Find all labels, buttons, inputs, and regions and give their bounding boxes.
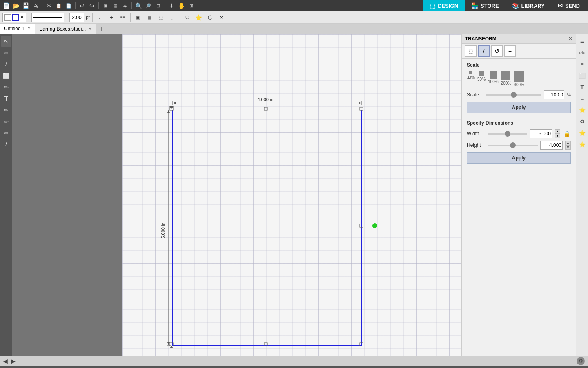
shape-selector[interactable]: ▼: [2, 13, 26, 22]
nav-tab-send[interactable]: ✉ SEND: [551, 0, 586, 11]
doc-tab-untitled-close[interactable]: ✕: [27, 26, 31, 31]
scale-apply-button[interactable]: Apply: [467, 102, 571, 113]
scale-preset-50[interactable]: 50%: [477, 71, 486, 87]
right-tool-text[interactable]: T: [577, 82, 588, 92]
undo-icon[interactable]: ↩: [78, 1, 87, 10]
extend-handle[interactable]: [372, 223, 377, 228]
zoom-in-icon[interactable]: 🔍: [134, 1, 143, 10]
nav-tab-store[interactable]: 🏪 STORE: [465, 0, 506, 11]
scale-slider-container[interactable]: [486, 91, 541, 99]
draw-tool-lines[interactable]: ≡≡: [118, 13, 128, 22]
width-spinner-up[interactable]: ▲: [555, 129, 560, 134]
draw-tool-slash[interactable]: /: [95, 13, 105, 22]
dimensions-apply-button[interactable]: Apply: [467, 152, 571, 164]
star-tool[interactable]: ⭐: [194, 13, 204, 22]
nav-tab-design[interactable]: ⬚ DESIGN: [423, 0, 465, 11]
right-tool-recycle[interactable]: ♻: [577, 116, 588, 127]
right-tool-star[interactable]: ⭐: [577, 105, 588, 115]
width-value-input[interactable]: 5.000: [530, 129, 552, 138]
3d-tool[interactable]: ⬡: [205, 13, 215, 22]
canvas-area[interactable]: 4.000 in 5.000 in: [12, 34, 461, 356]
line-width-input[interactable]: 2.00: [69, 13, 84, 22]
height-spinner-up[interactable]: ▲: [565, 141, 571, 145]
width-spinner-down[interactable]: ▼: [555, 134, 560, 138]
right-tool-star2[interactable]: ⭐: [577, 128, 588, 138]
scale-preset-300[interactable]: 300%: [514, 71, 524, 87]
group-tool[interactable]: ⬡: [183, 13, 192, 22]
doc-tab-untitled[interactable]: Untitled-1 ✕: [0, 24, 35, 34]
right-tool-grid[interactable]: ≡: [577, 93, 588, 104]
resize-bottom[interactable]: [169, 346, 174, 348]
selected-rect[interactable]: [173, 110, 361, 345]
rect-tool[interactable]: ⬜: [1, 70, 11, 81]
doc-tab-earring-close[interactable]: ✕: [88, 27, 91, 31]
height-slider-thumb[interactable]: [510, 142, 516, 148]
svg-marker-3: [359, 102, 361, 104]
bottom-arrow-left[interactable]: ◀: [3, 358, 8, 364]
select-tool[interactable]: ↖: [1, 36, 11, 47]
scale-label-50: 50%: [477, 77, 486, 81]
select-point-icon[interactable]: ◈: [120, 1, 129, 10]
transform-flip[interactable]: ⬚: [167, 13, 177, 22]
grid-icon[interactable]: ⊞: [187, 1, 196, 10]
copy-icon[interactable]: 📋: [54, 1, 63, 10]
scale-preset-200[interactable]: 200%: [501, 71, 512, 87]
transform-select2[interactable]: ▤: [145, 13, 154, 22]
right-tool-pix[interactable]: Pix: [577, 47, 588, 58]
paste-icon[interactable]: 📄: [64, 1, 73, 10]
line-tool[interactable]: /: [1, 59, 11, 70]
cut-icon[interactable]: ✂: [45, 1, 53, 10]
move-icon[interactable]: ⬇: [167, 1, 176, 10]
eyedrop-tool[interactable]: ✏: [1, 128, 11, 138]
draw-tool-plus[interactable]: +: [107, 13, 116, 22]
eraser-tool[interactable]: ✏: [1, 105, 11, 115]
redo-icon[interactable]: ↪: [87, 1, 96, 10]
zoom-out-icon[interactable]: 🔎: [144, 1, 153, 10]
scale-label-200: 200%: [501, 81, 512, 85]
right-tool-box[interactable]: ⬜: [577, 70, 588, 81]
print-icon[interactable]: 🖨: [31, 1, 40, 10]
scale-preset-100[interactable]: 100%: [488, 71, 499, 87]
right-tool-star3[interactable]: ⭐: [577, 139, 588, 150]
select-icon[interactable]: ▣: [101, 1, 110, 10]
right-tool-menu[interactable]: ≡: [577, 36, 588, 47]
panel-tab-rotate[interactable]: ↺: [491, 45, 503, 57]
scale-value-input[interactable]: 100.0: [544, 90, 564, 99]
settings-icon[interactable]: ⚙: [577, 357, 585, 365]
hand-icon[interactable]: ✋: [177, 1, 186, 10]
doc-tab-earring-label: Earring Boxes.studi...: [39, 26, 86, 32]
text-tool[interactable]: T: [1, 93, 11, 104]
transform-move[interactable]: ⬚: [156, 13, 166, 22]
height-slider-container[interactable]: [488, 141, 538, 149]
transform-close[interactable]: ✕: [568, 36, 572, 42]
close-tool[interactable]: ✕: [217, 13, 227, 22]
scale-preset-33[interactable]: 33%: [467, 71, 475, 87]
open-file-icon[interactable]: 📂: [11, 1, 20, 10]
zoom-fit-icon[interactable]: ⊡: [154, 1, 163, 10]
width-slider-container[interactable]: [488, 130, 527, 138]
width-slider-thumb[interactable]: [505, 131, 510, 137]
doc-tab-earring[interactable]: Earring Boxes.studi... ✕: [35, 24, 96, 34]
transform-select[interactable]: ▣: [133, 13, 143, 22]
lock-proportions-icon[interactable]: 🔒: [563, 130, 571, 138]
line-inner: [33, 17, 62, 18]
height-value-input[interactable]: 4.000: [540, 141, 563, 150]
nav-tab-library[interactable]: 📚 LIBRARY: [506, 0, 551, 11]
panel-tab-move[interactable]: ⬚: [465, 45, 477, 57]
line-style-preview[interactable]: [31, 13, 64, 22]
knife-tool[interactable]: /: [1, 139, 11, 150]
bottom-arrow-right[interactable]: ▶: [11, 358, 16, 364]
scale-slider-thumb[interactable]: [511, 92, 517, 98]
save-icon[interactable]: 💾: [21, 1, 30, 10]
panel-tab-flip[interactable]: +: [504, 45, 516, 57]
fill-tool[interactable]: ✏: [1, 116, 11, 127]
doc-tab-add[interactable]: +: [96, 24, 106, 34]
pencil-tool[interactable]: ✏: [1, 82, 11, 92]
node-tool[interactable]: ✏: [1, 47, 11, 58]
new-file-icon[interactable]: 📄: [2, 1, 11, 10]
right-tool-lines[interactable]: ≡: [577, 59, 588, 70]
panel-tab-scale[interactable]: /: [478, 45, 490, 57]
shape-dropdown-icon[interactable]: ▼: [20, 15, 24, 20]
height-spinner-down[interactable]: ▼: [565, 145, 571, 150]
select-all-icon[interactable]: ▦: [111, 1, 120, 10]
